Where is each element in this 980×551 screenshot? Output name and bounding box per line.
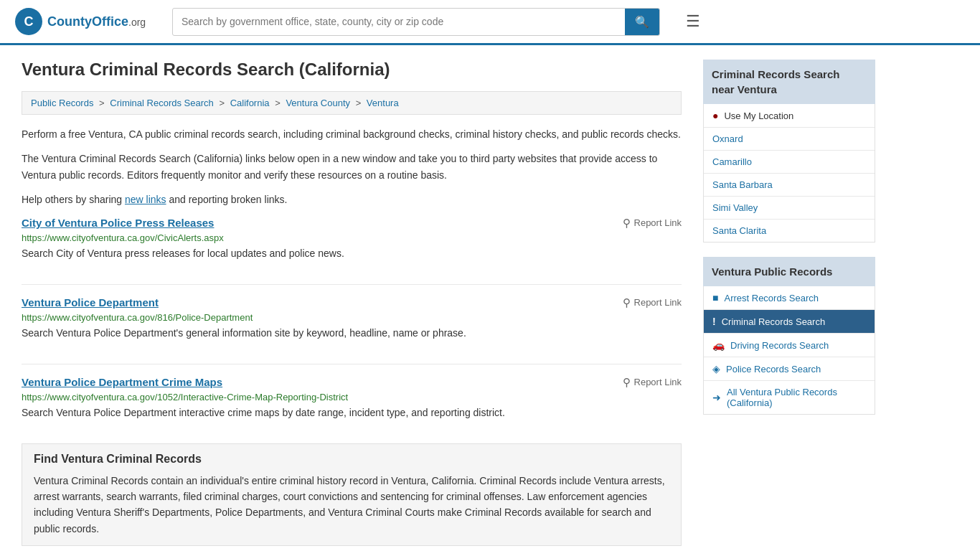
new-links[interactable]: new links [125,194,166,205]
records-list: City of Ventura Police Press Releases ⚲ … [22,217,682,426]
intro-para-3: Help others by sharing new links and rep… [22,192,682,207]
record-item: City of Ventura Police Press Releases ⚲ … [22,217,682,267]
search-input[interactable] [173,10,625,33]
report-icon-1: ⚲ [623,296,631,309]
report-link-button-2[interactable]: ⚲ Report Link [623,376,682,389]
nearby-location-camarillo[interactable]: Camarillo [704,151,875,174]
nearby-location-oxnard[interactable]: Oxnard [704,128,875,151]
breadcrumb-california[interactable]: California [230,98,270,108]
sidebar-driving-records[interactable]: 🚗 Driving Records Search [704,334,875,357]
use-my-location[interactable]: ● Use My Location [704,104,875,128]
report-link-button-0[interactable]: ⚲ Report Link [623,217,682,230]
public-records-header: Ventura Public Records [703,257,875,286]
public-records-section: Ventura Public Records ■ Arrest Records … [703,257,875,415]
record-desc-0: Search City of Ventura press releases fo… [22,246,682,261]
logo-icon: C [14,7,43,36]
find-section-title: Find Ventura Criminal Records [34,453,669,466]
record-desc-1: Search Ventura Police Department's gener… [22,326,682,341]
record-url-2: https://www.cityofventura.ca.gov/1052/In… [22,392,682,402]
nearby-location-simi-valley[interactable]: Simi Valley [704,197,875,220]
find-section-text: Ventura Criminal Records contain an indi… [34,473,669,537]
sidebar-police-records[interactable]: ◈ Police Records Search [704,357,875,381]
report-link-button-1[interactable]: ⚲ Report Link [623,296,682,309]
location-pin-icon: ● [712,110,718,121]
record-title-1[interactable]: Ventura Police Department [22,296,159,309]
content-wrapper: Ventura Criminal Records Search (Califor… [0,45,980,551]
breadcrumb-criminal-records[interactable]: Criminal Records Search [110,98,214,108]
page-title: Ventura Criminal Records Search (Califor… [22,60,682,80]
driving-records-icon: 🚗 [712,339,725,351]
sidebar-arrest-records[interactable]: ■ Arrest Records Search [704,286,875,310]
breadcrumb-ventura-county[interactable]: Ventura County [286,98,350,108]
logo-area: C CountyOffice.org [14,7,158,36]
report-icon-0: ⚲ [623,217,631,230]
police-records-icon: ◈ [712,363,720,375]
breadcrumb-ventura[interactable]: Ventura [367,98,399,108]
nearby-section: Criminal Records Searchnear Ventura ● Us… [703,60,875,242]
public-records-list: ■ Arrest Records Search ! Criminal Recor… [703,286,875,415]
header: C CountyOffice.org 🔍 ☰ [0,0,980,45]
record-item: Ventura Police Department ⚲ Report Link … [22,296,682,347]
search-icon: 🔍 [635,16,649,28]
nearby-location-santa-clarita[interactable]: Santa Clarita [704,220,875,242]
record-url-0: https://www.cityofventura.ca.gov/CivicAl… [22,232,682,243]
record-desc-2: Search Ventura Police Department interac… [22,405,682,420]
intro-para-2: The Ventura Criminal Records Search (Cal… [22,151,682,183]
main-content: Ventura Criminal Records Search (Califor… [22,60,682,546]
menu-icon[interactable]: ☰ [686,12,700,31]
report-icon-2: ⚲ [623,376,631,389]
record-url-1: https://www.cityofventura.ca.gov/816/Pol… [22,312,682,323]
logo-text[interactable]: CountyOffice.org [47,14,146,29]
sidebar-all-public-records[interactable]: ➜ All Ventura Public Records (California… [704,381,875,414]
search-bar: 🔍 [172,8,660,36]
breadcrumb-public-records[interactable]: Public Records [31,98,93,108]
search-button[interactable]: 🔍 [625,9,659,35]
nearby-list: ● Use My Location Oxnard Camarillo Santa… [703,104,875,242]
find-section: Find Ventura Criminal Records Ventura Cr… [22,443,682,547]
use-location-label: Use My Location [724,110,793,121]
record-title-0[interactable]: City of Ventura Police Press Releases [22,217,214,229]
sidebar-criminal-records[interactable]: ! Criminal Records Search [704,310,875,334]
record-title-2[interactable]: Ventura Police Department Crime Maps [22,376,222,388]
breadcrumb: Public Records > Criminal Records Search… [22,91,682,115]
all-records-icon: ➜ [712,392,721,403]
arrest-records-icon: ■ [712,292,718,303]
record-divider [22,364,682,364]
nearby-header: Criminal Records Searchnear Ventura [703,60,875,104]
nearby-location-santa-barbara[interactable]: Santa Barbara [704,174,875,197]
criminal-records-icon: ! [712,316,716,327]
intro-para-1: Perform a free Ventura, CA public crimin… [22,126,682,142]
svg-text:C: C [24,14,34,29]
record-divider [22,284,682,285]
record-item: Ventura Police Department Crime Maps ⚲ R… [22,376,682,426]
sidebar: Criminal Records Searchnear Ventura ● Us… [703,60,875,546]
